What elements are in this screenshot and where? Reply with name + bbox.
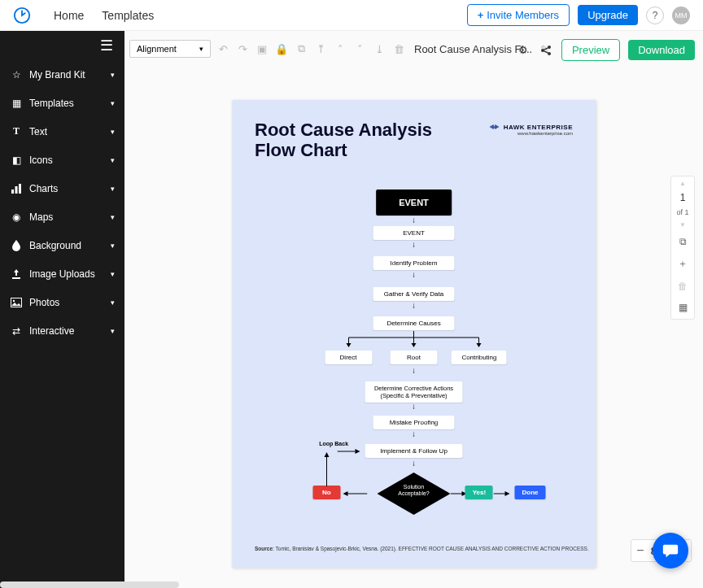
upgrade-button[interactable]: Upgrade — [578, 5, 638, 25]
editor-area: Alignment▾ ↶ ↷ ▣ 🔒 ⧉ ⤒ ˄ ˅ ⤓ 🗑 Root Caus… — [124, 31, 703, 588]
avatar[interactable]: MM — [672, 7, 690, 24]
upload-icon — [10, 268, 23, 280]
hamburger-icon[interactable]: ☰ — [0, 31, 124, 60]
chart-icon — [10, 183, 23, 194]
sidebar-item-label: Image Uploads — [29, 268, 95, 280]
nav-home[interactable]: Home — [54, 9, 84, 22]
group-icon[interactable]: ▣ — [255, 41, 269, 56]
node-yes: Yes! — [465, 486, 493, 499]
svg-rect-1 — [11, 189, 14, 194]
node-implement: Implement & Follow Up — [365, 444, 463, 458]
page-navigator: ▲ 1 of 1 ▼ ⧉ ＋ 🗑 ▦ — [670, 176, 695, 320]
redo-icon[interactable]: ↷ — [235, 41, 250, 56]
sidebar-item-photos[interactable]: Photos▾ — [0, 288, 124, 316]
page-up-icon[interactable]: ▲ — [679, 180, 686, 187]
settings-icon[interactable]: ⚙ — [516, 43, 531, 58]
loop-arrow-up — [322, 451, 330, 486]
chevron-down-icon: ▾ — [111, 213, 115, 221]
send-back-icon[interactable]: ⤓ — [372, 41, 386, 56]
sidebar-item-icons[interactable]: ◧Icons▾ — [0, 146, 124, 174]
lock-icon[interactable]: 🔒 — [274, 41, 289, 56]
svg-point-5 — [13, 299, 15, 301]
chevron-down-icon: ▾ — [111, 71, 115, 79]
delete-icon[interactable]: 🗑 — [391, 41, 406, 56]
svg-rect-3 — [19, 184, 21, 194]
chevron-down-icon: ▾ — [111, 298, 115, 307]
sidebar-item-uploads[interactable]: Image Uploads▾ — [0, 259, 124, 288]
node-no: No — [312, 486, 340, 499]
download-button[interactable]: Download — [628, 40, 695, 60]
horizontal-scrollbar[interactable] — [0, 581, 179, 588]
forward-icon[interactable]: ˄ — [333, 41, 347, 56]
chevron-down-icon: ▾ — [199, 45, 203, 53]
delete-page-icon[interactable]: 🗑 — [678, 278, 688, 294]
backward-icon[interactable]: ˅ — [352, 41, 367, 56]
chevron-down-icon: ▾ — [111, 128, 115, 136]
share-icon[interactable] — [539, 43, 553, 58]
svg-line-10 — [544, 50, 548, 52]
zoom-out-button[interactable]: − — [636, 543, 644, 558]
node-event-header: EVENT — [376, 189, 452, 216]
undo-icon[interactable]: ↶ — [216, 41, 230, 56]
sidebar-item-maps[interactable]: ◉Maps▾ — [0, 203, 124, 231]
canvas[interactable]: Root Cause Analysis Flow Chart HAWK ENTE… — [232, 100, 596, 568]
node-determine: Determine Causes — [373, 316, 455, 330]
sidebar-item-brandkit[interactable]: ☆My Brand Kit▾ — [0, 60, 124, 89]
brand-block: HAWK ENTERPRISE www.hawkenterprise.com — [488, 123, 573, 136]
alignment-label: Alignment — [137, 44, 177, 54]
plus-icon: + — [478, 9, 484, 21]
preview-button[interactable]: Preview — [561, 39, 620, 61]
invite-label: Invite Members — [487, 9, 559, 21]
page-current: 1 — [680, 192, 686, 203]
chevron-down-icon: ▾ — [111, 99, 115, 107]
node-mistake: Mistake Proofing — [373, 416, 455, 429]
node-contributing: Contributing — [452, 351, 507, 364]
sidebar-item-text[interactable]: TText▾ — [0, 117, 124, 146]
svg-line-9 — [544, 47, 548, 49]
help-button[interactable]: ? — [646, 7, 664, 24]
sidebar-item-label: Interactive — [29, 325, 74, 337]
invite-members-button[interactable]: + Invite Members — [467, 4, 570, 26]
loop-arrow-right — [338, 448, 362, 455]
bring-front-icon[interactable]: ⤒ — [313, 41, 328, 56]
logo[interactable] — [13, 7, 31, 24]
sidebar-item-label: Maps — [29, 211, 53, 223]
grid-view-icon[interactable]: ▦ — [679, 299, 688, 316]
nav-templates[interactable]: Templates — [102, 9, 154, 22]
add-page-icon[interactable]: ＋ — [678, 255, 688, 273]
sidebar-item-label: Icons — [29, 155, 53, 166]
copy-icon[interactable]: ⧉ — [294, 41, 308, 56]
sidebar-item-label: My Brand Kit — [29, 69, 85, 81]
topbar: Home Templates + Invite Members Upgrade … — [0, 0, 703, 31]
chevron-down-icon: ▾ — [111, 327, 115, 335]
chat-icon — [662, 542, 679, 560]
document-title[interactable]: Root Cause Analysis Fl... — [414, 43, 532, 55]
sidebar-item-interactive[interactable]: ⇄Interactive▾ — [0, 316, 124, 345]
shapes-icon: ◧ — [10, 155, 23, 166]
page-total: of 1 — [676, 208, 688, 216]
node-root: Root — [391, 351, 438, 364]
node-done: Done — [515, 486, 546, 499]
chevron-down-icon: ▾ — [111, 270, 115, 278]
templates-icon: ▦ — [10, 98, 23, 109]
node-gather: Gather & Verify Data — [373, 287, 455, 301]
svg-rect-2 — [15, 186, 18, 194]
alignment-dropdown[interactable]: Alignment▾ — [129, 40, 211, 58]
chevron-down-icon: ▾ — [111, 185, 115, 193]
page-down-icon[interactable]: ▼ — [679, 221, 686, 229]
drop-icon — [10, 240, 23, 251]
sidebar-item-templates[interactable]: ▦Templates▾ — [0, 89, 124, 117]
node-event: EVENT — [373, 226, 455, 240]
source-citation: Source: Tomic, Branislav & Spasojevic-Br… — [255, 546, 589, 551]
interactive-icon: ⇄ — [10, 325, 23, 337]
node-corrective: Determine Corrective Actions (Specific &… — [365, 381, 463, 403]
sidebar-item-label: Background — [29, 240, 81, 251]
sidebar: ☰ ☆My Brand Kit▾ ▦Templates▾ TText▾ ◧Ico… — [0, 31, 124, 588]
chat-button[interactable] — [653, 533, 688, 568]
duplicate-page-icon[interactable]: ⧉ — [679, 233, 687, 250]
node-direct: Direct — [325, 351, 372, 364]
sidebar-item-background[interactable]: Background▾ — [0, 231, 124, 259]
sidebar-item-label: Charts — [29, 183, 58, 194]
sidebar-item-label: Photos — [29, 297, 59, 308]
sidebar-item-charts[interactable]: Charts▾ — [0, 174, 124, 203]
